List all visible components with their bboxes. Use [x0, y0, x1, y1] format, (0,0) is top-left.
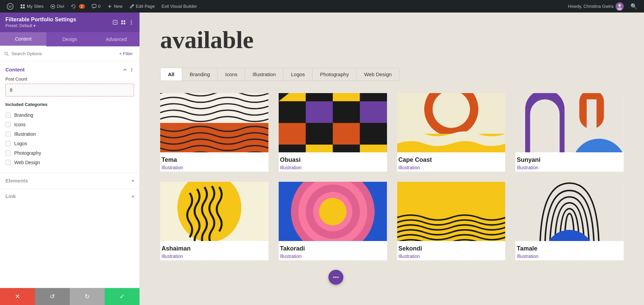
- category-item-webdesign[interactable]: Web Design: [5, 158, 134, 167]
- svg-rect-33: [333, 101, 360, 123]
- post-count-field: Post Count: [5, 77, 134, 96]
- filter-tabs: All Branding Icons Illustration Logos Ph…: [160, 68, 400, 81]
- portfolio-thumb-sekondi: [397, 182, 506, 241]
- category-checkbox-webdesign[interactable]: [5, 160, 11, 165]
- grid-icon[interactable]: [121, 20, 126, 25]
- category-name-logos: Logos: [14, 141, 27, 146]
- category-checkbox-illustration[interactable]: [5, 131, 11, 137]
- portfolio-item-tamale[interactable]: Tamale Illustration: [515, 182, 624, 260]
- comments-link[interactable]: 0: [88, 0, 104, 13]
- tab-advanced[interactable]: Advanced: [93, 32, 139, 46]
- portfolio-thumb-takoradi: [279, 182, 387, 241]
- item-name-capecoast: Cape Coast: [399, 156, 504, 164]
- category-item-logos[interactable]: Logos: [5, 139, 134, 148]
- item-category-ashaiman[interactable]: Illustration: [162, 254, 267, 259]
- category-item-photography[interactable]: Photography: [5, 148, 134, 158]
- svg-point-9: [618, 4, 621, 7]
- svg-rect-3: [23, 4, 25, 6]
- tab-design[interactable]: Design: [46, 32, 93, 46]
- sidebar-title: Filterable Portfolio Settings: [5, 17, 76, 23]
- filter-tab-photography[interactable]: Photography: [313, 68, 357, 81]
- filter-tab-all[interactable]: All: [160, 68, 182, 81]
- category-checkbox-branding[interactable]: [5, 112, 11, 118]
- comments-count: 0: [98, 4, 101, 9]
- divi-link[interactable]: Divi: [47, 0, 68, 13]
- portfolio-thumb-capecoast: [397, 93, 506, 152]
- updates-link[interactable]: 2: [68, 0, 88, 13]
- category-name-branding: Branding: [14, 112, 33, 118]
- edit-page-link[interactable]: Edit Page: [126, 0, 158, 13]
- save-button[interactable]: ✓: [105, 288, 139, 305]
- redo-button[interactable]: ↻: [70, 288, 105, 305]
- item-category-sunyani[interactable]: Illustration: [517, 165, 622, 170]
- svg-rect-4: [21, 7, 22, 8]
- svg-rect-2: [21, 4, 22, 6]
- preset-label[interactable]: Preset: Default: [5, 23, 76, 28]
- portfolio-item-sekondi[interactable]: Sekondi Illustration: [397, 182, 506, 260]
- item-category-obuasi[interactable]: Illustration: [280, 165, 386, 170]
- filter-tab-branding[interactable]: Branding: [182, 68, 218, 81]
- link-section[interactable]: Link ▾: [0, 188, 139, 204]
- svg-rect-35: [279, 123, 306, 145]
- sidebar-header: Filterable Portfolio Settings Preset: De…: [0, 13, 139, 32]
- filter-tab-logos[interactable]: Logos: [283, 68, 313, 81]
- tab-content[interactable]: Content: [0, 32, 46, 46]
- more-options-icon[interactable]: [129, 20, 134, 25]
- post-count-input-wrap: [5, 84, 134, 96]
- filter-tab-illustration[interactable]: Illustration: [245, 68, 283, 81]
- portfolio-item-sunyani[interactable]: Sunyani Illustration: [515, 93, 624, 172]
- svg-rect-51: [587, 99, 597, 129]
- item-category-tamale[interactable]: Illustration: [517, 254, 622, 259]
- howdy-text: Howdy, Christina Gwira: [568, 4, 614, 9]
- wp-logo-link[interactable]: W: [3, 0, 17, 13]
- svg-rect-32: [306, 101, 333, 123]
- my-sites-link[interactable]: My Sites: [17, 0, 47, 13]
- post-count-input[interactable]: [6, 84, 134, 96]
- exit-builder-link[interactable]: Exit Visual Builder: [158, 0, 200, 13]
- svg-rect-37: [333, 123, 360, 145]
- floating-dots-button[interactable]: [328, 270, 343, 285]
- category-item-branding[interactable]: Branding: [5, 110, 134, 120]
- portfolio-item-tema[interactable]: Tema Illustration: [160, 93, 269, 172]
- svg-text:W: W: [8, 4, 12, 8]
- filter-tab-icons[interactable]: Icons: [218, 68, 245, 81]
- item-category-capecoast[interactable]: Illustration: [399, 165, 504, 170]
- item-category-takoradi[interactable]: Illustration: [280, 254, 386, 259]
- category-item-illustration[interactable]: Illustration: [5, 129, 134, 139]
- minimize-icon[interactable]: [112, 20, 118, 25]
- link-chevron-icon: ▾: [132, 194, 134, 199]
- svg-marker-44: [306, 93, 333, 101]
- undo-button[interactable]: ↺: [35, 288, 70, 305]
- filter-button[interactable]: + Filter: [116, 50, 135, 58]
- svg-point-22: [131, 70, 132, 71]
- elements-section[interactable]: Elements ▾: [0, 173, 139, 188]
- filter-tab-webdesign[interactable]: Web Design: [357, 68, 399, 81]
- category-name-illustration: Illustration: [14, 131, 36, 137]
- category-checkbox-photography[interactable]: [5, 150, 11, 156]
- category-checkbox-logos[interactable]: [5, 141, 11, 146]
- item-category-tema[interactable]: Illustration: [162, 165, 267, 170]
- item-category-sekondi[interactable]: Illustration: [399, 254, 504, 259]
- category-item-icons[interactable]: Icons: [5, 120, 134, 129]
- admin-bar: W My Sites Divi 2 0 New Edit Page Exit V…: [0, 0, 644, 13]
- svg-rect-39: [279, 145, 306, 152]
- included-categories: Included Categories Branding Icons Illus…: [5, 102, 134, 167]
- cancel-button[interactable]: ✕: [0, 288, 35, 305]
- new-link[interactable]: New: [104, 0, 126, 13]
- search-icon[interactable]: 🔍: [627, 3, 641, 9]
- elements-label: Elements: [5, 178, 28, 183]
- portfolio-item-takoradi[interactable]: Takoradi Illustration: [279, 182, 387, 260]
- portfolio-item-ashaiman[interactable]: Ashaiman Illustration: [160, 182, 269, 260]
- search-input[interactable]: [12, 51, 114, 56]
- svg-point-61: [325, 204, 340, 219]
- svg-rect-12: [121, 20, 123, 22]
- collapse-icon[interactable]: [123, 67, 127, 72]
- svg-rect-40: [306, 145, 333, 152]
- svg-point-21: [131, 69, 132, 70]
- svg-point-16: [131, 20, 132, 21]
- portfolio-item-capecoast[interactable]: Cape Coast Illustration: [397, 93, 506, 172]
- portfolio-item-obuasi[interactable]: Obuasi Illustration: [279, 93, 387, 172]
- category-list: Branding Icons Illustration Logos: [5, 110, 134, 167]
- category-checkbox-icons[interactable]: [5, 122, 11, 127]
- section-more-icon[interactable]: [129, 67, 134, 72]
